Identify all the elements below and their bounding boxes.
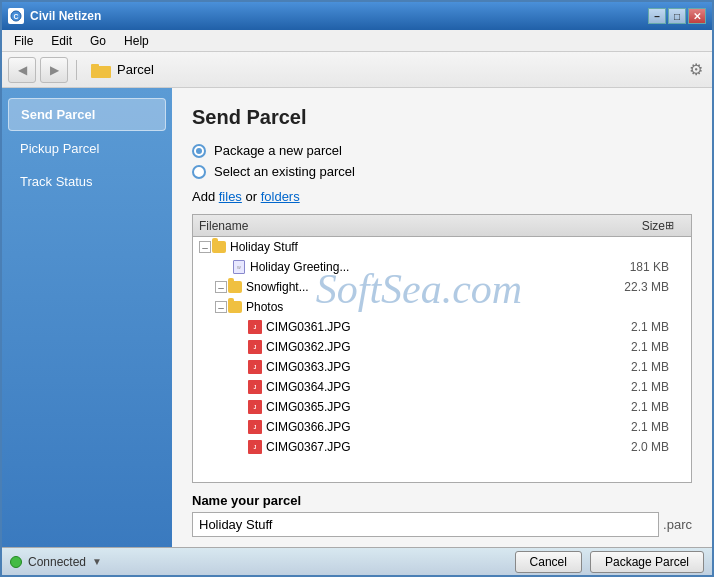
- status-indicator: [10, 556, 22, 568]
- folder-icon: [227, 299, 243, 315]
- toolbar-divider: [76, 60, 77, 80]
- name-section: Name your parcel .parc: [192, 493, 692, 537]
- tree-item-name: CIMG0366.JPG: [266, 420, 617, 434]
- tree-expand-icon: [231, 419, 247, 435]
- file-table: Filename Size ⊞ –Holiday StuffWHoliday G…: [192, 214, 692, 483]
- cancel-button[interactable]: Cancel: [515, 551, 582, 573]
- table-row[interactable]: JCIMG0366.JPG2.1 MB: [193, 417, 691, 437]
- jpg-icon: J: [247, 359, 263, 375]
- status-dropdown-arrow[interactable]: ▼: [92, 556, 102, 567]
- table-row[interactable]: JCIMG0364.JPG2.1 MB: [193, 377, 691, 397]
- menu-bar: File Edit Go Help: [2, 30, 712, 52]
- tree-item-name: Holiday Greeting...: [250, 260, 617, 274]
- table-row[interactable]: JCIMG0363.JPG2.1 MB: [193, 357, 691, 377]
- col-filename-header: Filename: [199, 219, 392, 233]
- table-row[interactable]: WHoliday Greeting...181 KB: [193, 257, 691, 277]
- folder-icon: [227, 279, 243, 295]
- jpg-icon: J: [247, 439, 263, 455]
- toolbar: ◀ ▶ Parcel ⚙: [2, 52, 712, 88]
- add-folders-link[interactable]: folders: [261, 189, 300, 204]
- tree-item-name: Holiday Stuff: [230, 240, 617, 254]
- table-row[interactable]: JCIMG0367.JPG2.0 MB: [193, 437, 691, 457]
- col-action-header: ⊞: [665, 219, 685, 232]
- folder-icon: [91, 62, 111, 78]
- tree-item-name: CIMG0365.JPG: [266, 400, 617, 414]
- menu-file[interactable]: File: [6, 32, 41, 50]
- menu-edit[interactable]: Edit: [43, 32, 80, 50]
- add-files-link[interactable]: files: [219, 189, 242, 204]
- radio-circle-new: [192, 144, 206, 158]
- page-title: Send Parcel: [192, 106, 692, 129]
- radio-option-existing[interactable]: Select an existing parcel: [192, 164, 692, 179]
- tree-expand-icon[interactable]: –: [215, 301, 227, 313]
- table-row[interactable]: JCIMG0365.JPG2.1 MB: [193, 397, 691, 417]
- sidebar: Send Parcel Pickup Parcel Track Status: [2, 88, 172, 547]
- table-row[interactable]: JCIMG0361.JPG2.1 MB: [193, 317, 691, 337]
- table-row[interactable]: –Holiday Stuff: [193, 237, 691, 257]
- radio-label-new: Package a new parcel: [214, 143, 342, 158]
- sidebar-item-pickup-parcel[interactable]: Pickup Parcel: [8, 133, 166, 164]
- add-or: or: [242, 189, 261, 204]
- menu-help[interactable]: Help: [116, 32, 157, 50]
- tree-item-size: 2.1 MB: [617, 400, 687, 414]
- maximize-button[interactable]: □: [668, 8, 686, 24]
- name-suffix: .parc: [663, 517, 692, 532]
- tree-item-name: Photos: [246, 300, 617, 314]
- radio-circle-existing: [192, 165, 206, 179]
- content-area: Send Parcel Pickup Parcel Track Status S…: [2, 88, 712, 547]
- radio-option-new[interactable]: Package a new parcel: [192, 143, 692, 158]
- toolbar-location-label: Parcel: [117, 62, 154, 77]
- main-panel: Send Parcel Package a new parcel Select …: [172, 88, 712, 547]
- title-bar: C Civil Netizen – □ ✕: [2, 2, 712, 30]
- tree-expand-icon: [231, 379, 247, 395]
- tree-item-size: 2.0 MB: [617, 440, 687, 454]
- package-parcel-button[interactable]: Package Parcel: [590, 551, 704, 573]
- table-row[interactable]: –Snowfight...22.3 MB: [193, 277, 691, 297]
- tree-item-size: 22.3 MB: [617, 280, 687, 294]
- tree-expand-icon: [231, 359, 247, 375]
- tree-item-size: 2.1 MB: [617, 420, 687, 434]
- tree-item-name: CIMG0364.JPG: [266, 380, 617, 394]
- parcel-name-input[interactable]: [192, 512, 659, 537]
- col-size-header: Size: [585, 219, 665, 233]
- tree-expand-icon[interactable]: –: [215, 281, 227, 293]
- tree-expand-icon: [231, 439, 247, 455]
- jpg-icon: J: [247, 419, 263, 435]
- window-title: Civil Netizen: [30, 9, 101, 23]
- add-files-row: Add files or folders: [192, 189, 692, 204]
- jpg-icon: J: [247, 339, 263, 355]
- status-bar: Connected ▼ Cancel Package Parcel: [2, 547, 712, 575]
- back-button[interactable]: ◀: [8, 57, 36, 83]
- tree-item-size: 181 KB: [617, 260, 687, 274]
- minimize-button[interactable]: –: [648, 8, 666, 24]
- forward-icon: ▶: [50, 63, 59, 77]
- menu-go[interactable]: Go: [82, 32, 114, 50]
- folder-icon: [211, 239, 227, 255]
- sidebar-item-track-status[interactable]: Track Status: [8, 166, 166, 197]
- tree-item-name: Snowfight...: [246, 280, 617, 294]
- svg-rect-2: [91, 66, 111, 78]
- name-input-row: .parc: [192, 512, 692, 537]
- forward-button[interactable]: ▶: [40, 57, 68, 83]
- title-bar-left: C Civil Netizen: [8, 8, 101, 24]
- close-button[interactable]: ✕: [688, 8, 706, 24]
- tree-expand-icon: [231, 319, 247, 335]
- name-label: Name your parcel: [192, 493, 692, 508]
- tree-item-size: 2.1 MB: [617, 380, 687, 394]
- table-row[interactable]: –Photos: [193, 297, 691, 317]
- app-window: C Civil Netizen – □ ✕ File Edit Go Help …: [0, 0, 714, 577]
- file-doc-icon: W: [231, 259, 247, 275]
- window-controls: – □ ✕: [648, 8, 706, 24]
- gear-icon: ⚙: [686, 60, 706, 80]
- toolbar-location: Parcel: [85, 62, 154, 78]
- tree-expand-icon: [231, 339, 247, 355]
- tree-expand-icon: [231, 399, 247, 415]
- sidebar-item-send-parcel[interactable]: Send Parcel: [8, 98, 166, 131]
- table-header: Filename Size ⊞: [193, 215, 691, 237]
- table-row[interactable]: JCIMG0362.JPG2.1 MB: [193, 337, 691, 357]
- status-text: Connected: [28, 555, 86, 569]
- table-body[interactable]: –Holiday StuffWHoliday Greeting...181 KB…: [193, 237, 691, 482]
- jpg-icon: J: [247, 319, 263, 335]
- tree-expand-icon[interactable]: –: [199, 241, 211, 253]
- svg-text:C: C: [13, 13, 18, 20]
